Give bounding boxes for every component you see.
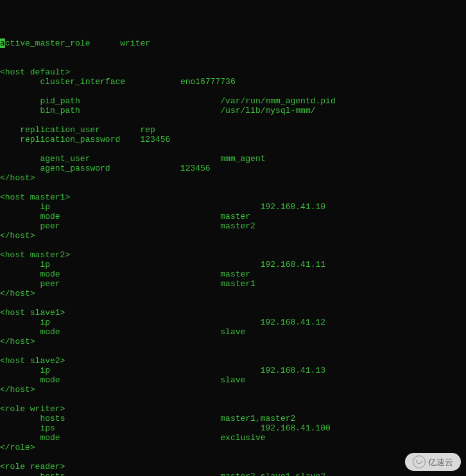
role-reader-open: <role reader> [0,462,65,472]
host-master1-close: </host> [0,231,35,241]
cfg-k-m2-ip: ip [40,260,50,269]
cfg-k-rw-mode: mode [40,433,60,443]
cfg-k-rw-ips: ips [40,423,55,433]
cfg-k-repl-user: replication_user [20,125,100,135]
cfg-k-m1-mode: mode [40,212,60,221]
cfg-k-agent-user: agent_user [40,154,90,164]
cfg-v-m1-mode: master [220,212,250,221]
cfg-v-s2-ip: 192.168.41.13 [261,366,325,375]
cfg-v-rr-hosts: master2,slave1,slave2 [220,472,325,476]
cfg-k-agent-pass: agent_password [40,164,110,173]
cfg-v-rw-ips: 192.168.41.100 [261,423,331,433]
cfg-k-repl-pass: replication_password [20,135,120,144]
config-value: writer [120,38,150,48]
host-master2-close: </host> [0,289,35,298]
cfg-k-s2-ip: ip [40,366,50,375]
cfg-v-rw-hosts: master1,master2 [220,414,295,423]
cfg-k-cluster-iface: cluster_interface [40,77,125,87]
cfg-k-m2-mode: mode [40,269,60,279]
host-master1-open: <host master1> [0,192,70,202]
cloud-icon [413,455,426,468]
cfg-k-pid-path: pid_path [40,96,80,106]
cfg-k-m1-ip: ip [40,202,50,212]
cfg-v-repl-pass: 123456 [140,135,170,144]
cfg-v-m2-ip: 192.168.41.11 [261,260,325,269]
host-master2-open: <host master2> [0,250,70,260]
cfg-v-agent-user: mmm_agent [220,154,265,164]
cfg-k-rw-hosts: hosts [40,414,65,423]
cfg-k-m1-peer: peer [40,221,60,231]
cfg-v-pid-path: /var/run/mmm_agentd.pid [220,96,335,106]
host-default-open: <host default> [0,67,70,77]
cfg-v-m2-peer: master1 [220,279,255,289]
cfg-v-bin-path: /usr/lib/mysql-mmm/ [220,106,315,115]
watermark-badge: 亿速云 [405,453,461,471]
host-slave1-close: </host> [0,337,35,346]
role-writer-close: </role> [0,443,35,452]
config-key: ctive_master_role [5,38,91,48]
host-slave2-open: <host slave2> [0,356,65,366]
cursor: a [0,38,5,48]
terminal-editor[interactable]: active_master_role writer <host default>… [0,38,466,476]
cfg-v-repl-user: rep [140,125,155,135]
cfg-k-m2-peer: peer [40,279,60,289]
watermark-text: 亿速云 [428,457,453,467]
cfg-k-bin-path: bin_path [40,106,80,115]
cfg-v-agent-pass: 123456 [180,164,211,173]
cfg-v-rw-mode: exclusive [220,433,265,443]
cfg-k-s2-mode: mode [40,375,60,385]
cfg-v-s2-mode: slave [220,375,245,385]
cfg-v-m1-peer: master2 [220,221,255,231]
cfg-v-m1-ip: 192.168.41.10 [261,202,325,212]
cfg-v-s1-ip: 192.168.41.12 [261,318,325,327]
host-slave2-close: </host> [0,385,35,395]
cfg-v-s1-mode: slave [220,327,245,337]
host-slave1-open: <host slave1> [0,308,65,318]
host-default-close: </host> [0,173,35,183]
cfg-v-m2-mode: master [220,269,250,279]
cfg-k-s1-mode: mode [40,327,60,337]
role-writer-open: <role writer> [0,404,65,414]
cfg-k-rr-hosts: hosts [40,472,65,476]
cfg-v-cluster-iface: eno16777736 [180,77,236,87]
cfg-k-s1-ip: ip [40,318,50,327]
